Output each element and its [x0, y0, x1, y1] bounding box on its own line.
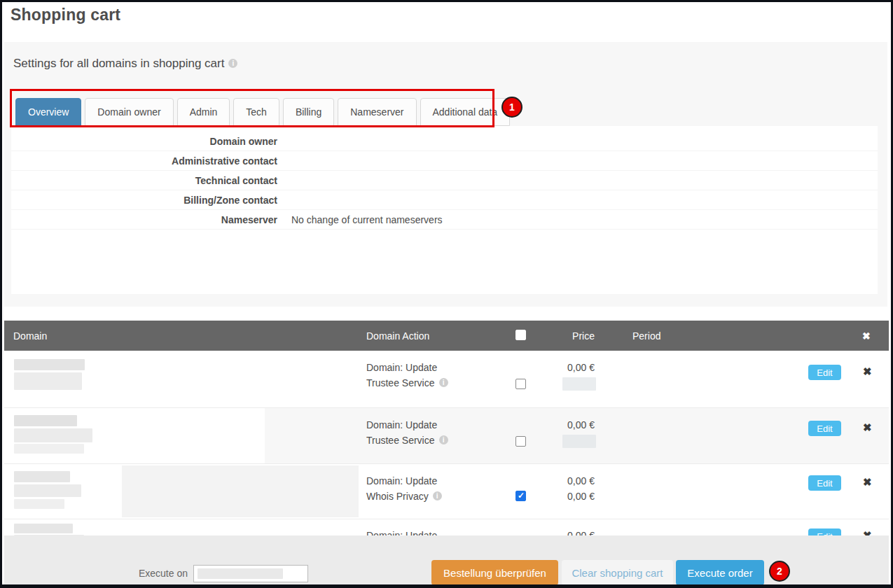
redacted-domain — [14, 372, 82, 390]
form-row-nameserver: Nameserver No change of current nameserv… — [11, 210, 878, 230]
overview-tab-content: Domain owner Administrative contact Tech… — [11, 126, 878, 294]
settings-panel: Settings for all domains in shopping car… — [4, 42, 887, 307]
annotation-badge-1: 1 — [501, 97, 522, 118]
price-line: 0,00 € — [525, 417, 595, 433]
domain-action-cell: Domain: Update Trustee Service — [366, 360, 448, 391]
header-domain-action: Domain Action — [366, 330, 429, 342]
price-line: 0,00 € — [525, 489, 595, 504]
service-checkbox[interactable] — [515, 379, 526, 389]
nameserver-value: No change of current nameservers — [291, 214, 443, 225]
header-period: Period — [632, 330, 660, 342]
price-cell: 0,00 € — [525, 417, 595, 433]
price-cell: 0,00 € — [525, 360, 595, 375]
redacted-area — [122, 465, 359, 517]
page-title: Shopping cart — [11, 6, 120, 24]
edit-row-button[interactable]: Edit — [808, 421, 841, 436]
tab-additional-data[interactable]: Additional data — [420, 98, 511, 126]
annotation-badge-2: 2 — [769, 561, 790, 582]
remove-all-icon[interactable]: ✖ — [862, 330, 871, 342]
cart-table-header: Domain Domain Action Price Period ✖ — [4, 321, 889, 351]
action-line: Domain: Update — [366, 360, 448, 375]
remove-row-icon[interactable]: ✖ — [863, 365, 872, 378]
tab-overview[interactable]: Overview — [15, 98, 81, 126]
billing-contact-label: Billing/Zone contact — [11, 195, 277, 206]
redacted-domain — [14, 415, 77, 426]
tab-nameserver[interactable]: Nameserver — [338, 98, 416, 126]
remove-row-icon[interactable]: ✖ — [863, 476, 872, 489]
service-label: Trustee Service — [366, 435, 435, 446]
price-cell: 0,00 € 0,00 € — [525, 473, 595, 504]
redacted-price — [562, 435, 596, 448]
header-price: Price — [553, 330, 595, 342]
action-line: Domain: Update — [366, 417, 448, 433]
redacted-domain — [14, 444, 84, 454]
action-line: Domain: Update — [366, 473, 442, 489]
redacted-domain — [14, 484, 81, 497]
tab-billing[interactable]: Billing — [283, 98, 334, 126]
settings-heading: Settings for all domains in shopping car… — [13, 57, 237, 71]
service-line: Trustee Service — [366, 433, 448, 448]
redacted-domain — [14, 359, 85, 370]
service-line: Trustee Service — [366, 375, 448, 391]
tab-tech[interactable]: Tech — [233, 98, 279, 126]
select-all-checkbox[interactable] — [515, 330, 526, 340]
redacted-date — [198, 568, 283, 579]
tab-admin[interactable]: Admin — [177, 98, 230, 126]
form-row-domain-owner: Domain owner — [11, 132, 878, 151]
domain-action-cell: Domain: Update Trustee Service — [366, 417, 448, 448]
info-icon[interactable] — [433, 491, 442, 500]
price-line: 0,00 € — [525, 473, 595, 489]
form-row-tech-contact: Technical contact — [11, 171, 878, 190]
domain-owner-label: Domain owner — [11, 136, 277, 147]
redacted-domain — [14, 499, 64, 509]
edit-row-button[interactable]: Edit — [808, 475, 841, 491]
settings-tabs: Overview Domain owner Admin Tech Billing… — [15, 98, 513, 126]
service-checkbox[interactable] — [515, 436, 526, 447]
execute-on-input[interactable] — [193, 565, 308, 582]
nameserver-label: Nameserver — [11, 214, 277, 225]
order-footer-bar: Execute on Bestellung überprüfen Clear s… — [4, 536, 889, 586]
service-label: Trustee Service — [366, 377, 435, 388]
cart-row: Domain: Update Whois Privacy 0,00 € 0,00… — [4, 463, 889, 519]
clear-cart-button[interactable]: Clear shopping cart — [562, 560, 673, 585]
form-row-admin-contact: Administrative contact — [11, 151, 878, 171]
service-line: Whois Privacy — [366, 489, 442, 504]
tab-domain-owner[interactable]: Domain owner — [85, 98, 173, 126]
info-icon[interactable] — [439, 435, 448, 444]
cart-row: Domain: Update Trustee Service 0,00 € Ed… — [4, 407, 889, 463]
redacted-price — [562, 377, 596, 391]
shopping-cart-page: Shopping cart Settings for all domains i… — [0, 0, 893, 588]
info-icon[interactable] — [228, 59, 237, 68]
redacted-domain — [14, 524, 73, 533]
tech-contact-label: Technical contact — [11, 175, 277, 186]
remove-row-icon[interactable]: ✖ — [863, 421, 872, 434]
info-icon[interactable] — [439, 378, 448, 387]
execute-order-button[interactable]: Execute order — [676, 560, 764, 585]
form-row-billing-contact: Billing/Zone contact — [11, 190, 878, 210]
header-domain: Domain — [13, 330, 47, 342]
execute-on-label: Execute on — [136, 568, 188, 579]
price-line: 0,00 € — [525, 360, 595, 375]
service-label: Whois Privacy — [366, 491, 429, 502]
domain-action-cell: Domain: Update Whois Privacy — [366, 473, 442, 504]
review-order-button[interactable]: Bestellung überprüfen — [431, 560, 558, 585]
cart-row: Domain: Update Trustee Service 0,00 € Ed… — [4, 351, 889, 407]
admin-contact-label: Administrative contact — [11, 155, 277, 167]
redacted-domain — [14, 428, 92, 442]
edit-row-button[interactable]: Edit — [808, 365, 841, 380]
settings-heading-text: Settings for all domains in shopping car… — [13, 57, 224, 70]
redacted-domain — [14, 471, 70, 482]
